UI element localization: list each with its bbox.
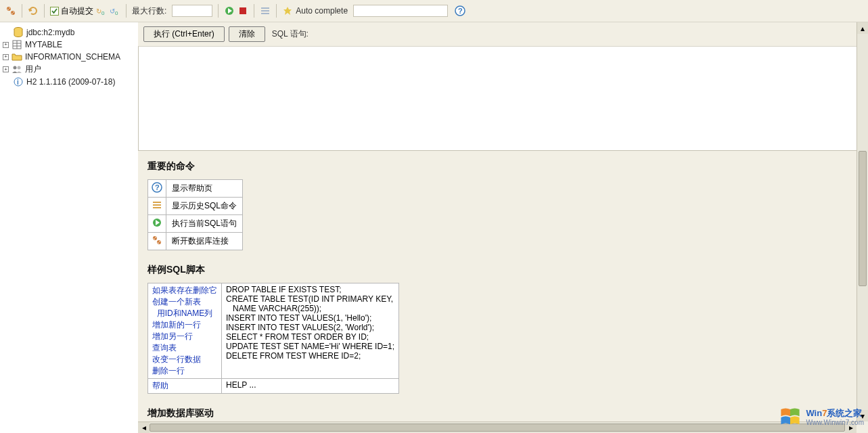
command-label: 断开数据库连接 [166, 233, 243, 250]
disconnect-icon [152, 238, 162, 248]
info-icon: i [13, 76, 24, 87]
sample-link[interactable]: 删除一行 [152, 366, 185, 375]
tree-label: MYTABLE [25, 40, 62, 49]
heading-samples: 样例SQL脚本 [147, 264, 859, 276]
sample-link[interactable]: 增加另一行 [152, 332, 193, 341]
scroll-thumb[interactable] [150, 424, 845, 432]
svg-rect-10 [261, 13, 269, 14]
svg-point-18 [14, 66, 17, 69]
sample-link[interactable]: 改变一行数据 [152, 355, 201, 364]
autocomplete-label: Auto complete [296, 6, 348, 16]
svg-rect-26 [153, 207, 161, 208]
clear-button[interactable]: 清除 [229, 26, 265, 42]
db-tree: jdbc:h2:mydb + MYTABLE + INFORMATION_SCH… [0, 22, 138, 433]
tree-label: INFORMATION_SCHEMA [25, 52, 120, 62]
scroll-down-icon[interactable]: ▾ [857, 410, 868, 421]
tree-label: 用户 [25, 64, 41, 75]
tree-item-information-schema[interactable]: + INFORMATION_SCHEMA [3, 51, 135, 63]
scroll-right-icon[interactable]: ▸ [845, 422, 856, 433]
toolbar: 自动提交 ↻0 ↺0 最大行数: Auto complete ? [0, 0, 868, 22]
table-icon [12, 39, 22, 50]
refresh-icon[interactable] [28, 5, 39, 16]
samples-table: 如果表存在删除它 创建一个新表 用ID和NAME列 增加新的一行 增加另一行 查… [147, 283, 399, 394]
separator [276, 4, 277, 18]
command-label: 显示帮助页 [166, 180, 243, 198]
separator [254, 4, 254, 18]
content-area: 执行 (Ctrl+Enter) 清除 SQL 语句: 重要的命令 ? 显示帮助页… [138, 22, 868, 433]
command-row[interactable]: ? 显示帮助页 [148, 180, 243, 198]
commands-table: ? 显示帮助页 显示历史SQL命令 执行当前SQL语句 断开数据库连接 [147, 179, 243, 250]
tree-item-users[interactable]: + 用户 [3, 63, 135, 76]
help-sql: HELP ... [222, 379, 399, 394]
commit-icon[interactable]: ↻0 [96, 5, 107, 16]
vertical-scrollbar[interactable]: ▴ ▾ [856, 22, 868, 421]
expand-icon[interactable]: + [3, 66, 9, 72]
rollback-icon[interactable]: ↺0 [110, 5, 120, 16]
help-link[interactable]: 帮助 [152, 381, 168, 390]
execute-button[interactable]: 执行 (Ctrl+Enter) [143, 26, 225, 42]
max-rows-label: 最大行数: [132, 5, 166, 17]
tree-label: jdbc:h2:mydb [26, 28, 74, 37]
sample-sql-cell: DROP TABLE IF EXISTS TEST; CREATE TABLE … [222, 283, 399, 379]
sample-link[interactable]: 查询表 [152, 343, 177, 352]
auto-commit-checkbox[interactable]: 自动提交 [50, 5, 93, 17]
heading-drivers: 增加数据库驱动 [147, 407, 859, 419]
svg-text:↻: ↻ [96, 7, 101, 15]
svg-rect-7 [239, 7, 246, 14]
sample-link[interactable]: 增加新的一行 [152, 320, 201, 329]
sample-links-cell: 如果表存在删除它 创建一个新表 用ID和NAME列 增加新的一行 增加另一行 查… [148, 283, 222, 379]
heading-commands: 重要的命令 [147, 160, 859, 173]
svg-rect-25 [153, 204, 161, 206]
tree-item-mytable[interactable]: + MYTABLE [3, 39, 135, 51]
tree-version: i H2 1.1.116 (2009-07-18) [3, 76, 135, 88]
folder-icon [12, 51, 22, 62]
help-icon: ? [152, 185, 162, 195]
svg-point-19 [18, 66, 21, 69]
svg-text:?: ? [458, 7, 463, 15]
svg-rect-9 [261, 10, 269, 12]
command-row[interactable]: 执行当前SQL语句 [148, 215, 243, 233]
autocomplete-input[interactable] [353, 5, 448, 17]
help-icon[interactable]: ? [455, 5, 465, 16]
separator [126, 4, 127, 18]
results-area: 重要的命令 ? 显示帮助页 显示历史SQL命令 执行当前SQL语句 断开数据库连… [138, 151, 868, 433]
database-icon [13, 27, 24, 38]
command-label: 执行当前SQL语句 [166, 215, 243, 233]
expand-icon[interactable]: + [3, 42, 9, 48]
checkbox-icon [50, 7, 59, 16]
sql-statement-label: SQL 语句: [272, 28, 309, 40]
sample-link[interactable]: 创建一个新表 用ID和NAME列 [152, 297, 212, 318]
autocomplete-icon[interactable] [282, 5, 293, 16]
users-icon [12, 64, 22, 75]
auto-commit-label: 自动提交 [61, 5, 93, 17]
tree-db-url[interactable]: jdbc:h2:mydb [3, 26, 135, 39]
sql-textarea[interactable] [138, 46, 868, 151]
scroll-left-icon[interactable]: ◂ [138, 422, 150, 433]
max-rows-input[interactable] [172, 5, 212, 17]
separator [218, 4, 219, 18]
run-icon[interactable] [224, 5, 235, 16]
scroll-up-icon[interactable]: ▴ [857, 22, 868, 34]
command-row[interactable]: 显示历史SQL命令 [148, 198, 243, 215]
scroll-thumb[interactable] [859, 151, 867, 286]
horizontal-scrollbar[interactable]: ◂ ▸ [138, 421, 856, 433]
tree-label: H2 1.1.116 (2009-07-18) [26, 77, 115, 87]
svg-rect-8 [261, 7, 269, 9]
separator [22, 4, 22, 18]
svg-text:↺: ↺ [110, 7, 115, 15]
stop-icon[interactable] [237, 5, 248, 16]
svg-text:0: 0 [101, 10, 105, 16]
disconnect-icon[interactable] [5, 5, 16, 16]
svg-text:0: 0 [115, 10, 118, 16]
sample-link[interactable]: 如果表存在删除它 [152, 286, 217, 295]
history-icon[interactable] [260, 5, 271, 16]
history-icon [152, 203, 162, 212]
run-icon [152, 221, 162, 230]
svg-rect-24 [153, 202, 161, 203]
command-row[interactable]: 断开数据库连接 [148, 233, 243, 250]
main-layout: jdbc:h2:mydb + MYTABLE + INFORMATION_SCH… [0, 22, 868, 433]
svg-text:i: i [17, 78, 19, 86]
expand-icon[interactable]: + [3, 54, 9, 60]
command-label: 显示历史SQL命令 [166, 198, 243, 215]
svg-text:?: ? [155, 183, 160, 191]
